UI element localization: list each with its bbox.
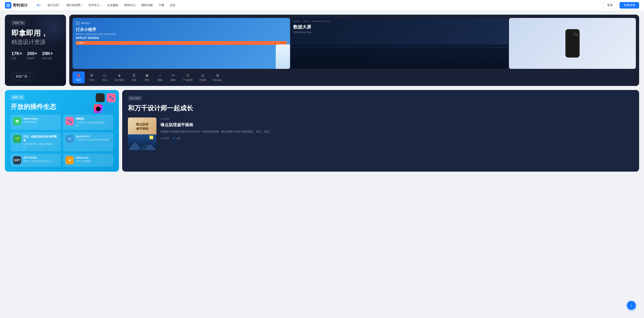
resource-btn[interactable]: 资源广场 → <box>12 73 35 80</box>
tab-all[interactable]: ⊞ 全部 <box>86 71 98 83</box>
tab-recommend-label: 推荐 <box>76 78 81 82</box>
plugin-desc-quickfill: 一款更强大且灵活的内容填充插件 <box>76 138 109 141</box>
plugin-icon-gpt: GPT <box>13 156 21 164</box>
nav-new[interactable]: 最新功能 <box>139 2 155 8</box>
plugin-icon-solar: ✦ <box>66 156 74 164</box>
nav-help-label: 帮助中心 <box>124 3 136 7</box>
svg-point-17 <box>576 31 578 33</box>
participant-count: 293 <box>176 137 180 140</box>
tab-page-icon: ☰ <box>132 73 136 78</box>
nav-community-label: 设计社区 <box>48 3 59 7</box>
nav-pricing-label: 定价 <box>170 3 176 7</box>
nav-import[interactable]: 文件导入 ▾ <box>86 2 104 8</box>
tab-all-label: 全部 <box>89 78 94 82</box>
data-screen-tabs: WORKS ABOUT DATAVISUALIZATION <box>293 20 506 22</box>
plugin-item-gpt[interactable]: GPT GPTToI18n 功能：1. 设计稿转18n json，2. … <box>10 154 61 167</box>
stat-elements-label: 设计元素 <box>42 57 53 60</box>
showcase-card-data[interactable]: WORKS ABOUT DATAVISUALIZATION 数据大屏 智慧城市桥… <box>291 18 508 69</box>
activity-book: 噪点肌理扁平插画 <box>128 117 156 150</box>
import-chevron-icon: ▾ <box>100 4 102 6</box>
tab-design-spec[interactable]: ◈ 设计规范 <box>112 71 127 83</box>
stat-libs-number: 200+ <box>27 51 37 56</box>
tab-prototype[interactable]: ⊡ 产品原型 <box>180 71 196 83</box>
login-button[interactable]: 登录 <box>603 2 617 9</box>
svg-rect-3 <box>291 44 508 69</box>
bottom-section: ⬚ 🐾 ⬤ 🌐 插件广场 开放的插件生态 〓 Quick Hues 快速 <box>5 90 639 172</box>
card-applet: APPLET DESIGN <box>76 36 287 39</box>
tab-illus-icon: ✏ <box>172 73 175 78</box>
free-button[interactable]: 免费使用 <box>620 2 639 8</box>
tab-icon-icon: ☆ <box>158 73 162 78</box>
plugin-item-solar[interactable]: ✦ Solar Icon 480个开源图标 <box>63 154 113 167</box>
plugin-info-gpt: GPTToI18n 功能：1. 设计稿转18n json，2. … <box>23 156 57 163</box>
plugin-item-quickfill[interactable]: ≡ Quick Fill 2 一款更强大且灵活的内容填充插件 <box>63 132 113 151</box>
float-icon-4: 🌐 <box>105 104 114 113</box>
activity-platform: 打卡星球 <box>160 117 170 120</box>
showcase-card-applet[interactable]: 即时设计 订水小程序 WATER ORDERING MINI PROGRAM A… <box>72 18 290 69</box>
plugin-tag: 插件广场 <box>10 95 24 100</box>
nav-download[interactable]: 下载 <box>156 2 166 8</box>
stat-works-label: 作品 <box>12 57 22 60</box>
person-icon: 👤 <box>172 137 176 140</box>
tab-illus-label: 插画 <box>171 78 176 82</box>
plugin-desc-quickhues: 快速修改色相 <box>23 120 38 124</box>
showcase-tabs: 🔖 推荐 ⊞ 全部 ◻ 作品 ◈ 设计规范 ☰ 页面 <box>69 69 639 86</box>
showcase-panel: 即时设计 订水小程序 WATER ORDERING MINI PROGRAM A… <box>69 15 639 86</box>
tab-spec-icon: ◈ <box>118 73 121 78</box>
float-icon-1: ⬚ <box>96 93 105 102</box>
plugin-info-quickhues: Quick Hues 快速修改色相 <box>23 117 38 124</box>
activity-tag: 设计活动 <box>128 96 142 101</box>
tab-page[interactable]: ☰ 页面 <box>128 71 140 83</box>
tab-portfolio[interactable]: 🗂 作品集 <box>196 72 209 83</box>
nav-advantage[interactable]: 我们的优势 ▾ <box>64 2 85 8</box>
tab-port-icon: 🗂 <box>201 73 205 78</box>
plugin-item-zhuji[interactable]: 🌱 竹记 - 创意过程记录&实时预览 记录创意足迹，捕捉设计瞬间，让… <box>10 132 61 151</box>
tab-illustration[interactable]: ✏ 插画 <box>167 71 179 83</box>
nav-help[interactable]: 帮助中心 <box>122 2 138 8</box>
plugin-item-quickhues[interactable]: 〓 Quick Hues 快速修改色相 <box>10 115 61 130</box>
activity-info: 打卡星球 噪点肌理扁平插画 在插画中添加噪点肌理可以营造出一种自然的氛围。噪点肌… <box>160 117 634 140</box>
top-section: 资源广场 即拿即用， 精选设计资源 17K+ 作品 200+ 资源库 29K+ … <box>5 15 639 86</box>
nav-ai[interactable]: Ai ▾ <box>34 2 44 8</box>
nav-pricing[interactable]: 定价 <box>168 2 178 8</box>
tab-mockup-label: Mockup <box>213 79 222 81</box>
nav-ai-label: Ai <box>37 3 40 7</box>
tab-proto-label: 产品原型 <box>183 78 193 82</box>
plugin-name-zhuji: 竹记 - 创意过程记录&实时预览 <box>23 135 58 142</box>
card-badge: 电商类 <box>76 41 287 45</box>
tab-recommend[interactable]: 🔖 推荐 <box>72 71 85 83</box>
nav-enterprise[interactable]: 企业服务 <box>105 2 121 8</box>
resource-title: 即拿即用， <box>12 29 60 37</box>
svg-point-2 <box>8 5 9 6</box>
phone-3d-svg <box>564 28 581 59</box>
tab-icon[interactable]: ☆ 图标 <box>154 71 166 83</box>
tab-component[interactable]: ◉ 组件 <box>141 71 153 83</box>
card-logo-row: 即时设计 <box>76 21 287 25</box>
plugin-item-hulubao[interactable]: 🐾 呼噜宝~ 一款陪伴工作的超萌宠物插件，快… <box>63 115 113 130</box>
resource-panel: 资源广场 即拿即用， 精选设计资源 17K+ 作品 200+ 资源库 29K+ … <box>5 15 66 86</box>
activity-subtitle: 打卡星球 <box>160 117 634 120</box>
plugin-panel: ⬚ 🐾 ⬤ 🌐 插件广场 开放的插件生态 〓 Quick Hues 快速 <box>5 90 119 172</box>
data-screen-title: 数据大屏 <box>293 24 506 30</box>
resource-subtitle: 精选设计资源 <box>12 38 60 46</box>
plugin-name-quickfill: Quick Fill 2 <box>76 135 109 138</box>
logo[interactable]: 即时设计 <box>5 2 28 8</box>
stat-libs-label: 资源库 <box>27 57 37 60</box>
main-content: 资源广场 即拿即用， 精选设计资源 17K+ 作品 200+ 资源库 29K+ … <box>0 10 644 176</box>
stat-libs: 200+ 资源库 <box>27 51 37 60</box>
activity-name: 噪点肌理扁平插画 <box>160 122 634 128</box>
nav-import-label: 文件导入 <box>88 3 100 7</box>
plugin-desc-gpt: 功能：1. 设计稿转18n json，2. … <box>23 160 57 163</box>
activity-stats: 👁 8027 👤 293 <box>160 137 634 140</box>
showcase-card-phone[interactable] <box>509 18 636 69</box>
float-icon-2: 🐾 <box>107 93 116 102</box>
activity-card[interactable]: 噪点肌理扁平插画 <box>128 117 634 150</box>
data-screen-sub: 智慧城市桥梁可视化 <box>293 31 506 34</box>
stat-works: 17K+ 作品 <box>12 51 22 60</box>
svg-point-19 <box>575 33 576 34</box>
tab-mockup[interactable]: 🖥 Mockup <box>210 72 224 83</box>
tab-proto-icon: ⊡ <box>186 73 190 78</box>
nav-community[interactable]: 设计社区 ▾ <box>45 2 63 8</box>
tab-works[interactable]: ◻ 作品 <box>98 71 111 83</box>
resource-tag: 资源广场 <box>12 20 25 25</box>
